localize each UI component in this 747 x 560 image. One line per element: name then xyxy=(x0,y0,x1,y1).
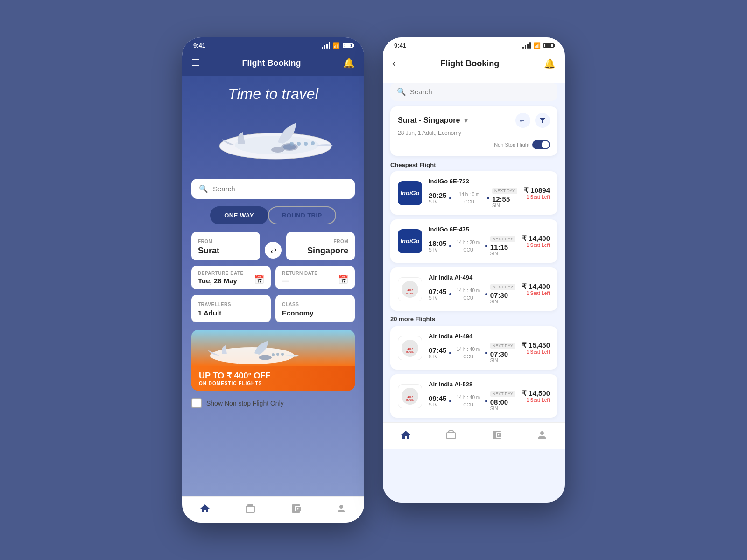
airline-logo: AIRINDIA xyxy=(398,384,422,408)
svg-text:AIR: AIR xyxy=(407,347,413,350)
svg-point-11 xyxy=(259,355,272,360)
nonstop-checkbox[interactable] xyxy=(191,398,202,408)
battery-icon xyxy=(343,43,353,48)
flight-name: IndiGo 6E-475 xyxy=(429,226,515,233)
next-day-badge: NEXT DAY xyxy=(490,236,515,242)
next-day-badge: NEXT DAY xyxy=(490,284,515,290)
airline-logo: IndiGo xyxy=(398,229,422,253)
nav-wallet-1[interactable] xyxy=(290,503,302,514)
svg-point-12 xyxy=(276,353,279,356)
arrive-code: SIN xyxy=(490,251,515,256)
nonstop-toggle-label: Non Stop Flight xyxy=(494,142,529,147)
nav-briefcase-2[interactable] xyxy=(445,429,457,441)
flight-card[interactable]: AIRINDIA Air India AI-528 09:45 STV 14 h… xyxy=(390,374,557,418)
status-bar-1: 9:41 📶 xyxy=(182,37,364,52)
arrive-time: 12:55 xyxy=(492,195,517,203)
route-card: Surat - Singapore ▼ 28 Jun, 1 Adult, Eco… xyxy=(390,106,557,156)
bell-icon-1[interactable]: 🔔 xyxy=(343,57,355,69)
search-input-2[interactable] xyxy=(410,88,551,96)
filter-button[interactable] xyxy=(535,113,550,128)
flight-route: 07:45 STV 14 h : 40 m CCU NEXT DAY 07:30… xyxy=(429,343,515,363)
nonstop-toggle-switch[interactable] xyxy=(532,140,550,149)
promo-title: UP TO ₹ 400° OFF xyxy=(199,371,347,381)
duration: 14 h : 20 m xyxy=(457,240,480,245)
search-bar-1[interactable]: 🔍 xyxy=(191,179,355,199)
bottom-nav-1 xyxy=(182,496,364,523)
trip-tabs: ONE WAY ROUND TRIP xyxy=(191,206,355,224)
sort-button[interactable] xyxy=(515,113,530,128)
dropdown-icon[interactable]: ▼ xyxy=(463,117,469,124)
depart-time: 18:05 xyxy=(429,239,446,247)
cheapest-section-label: Cheapest Flight xyxy=(390,161,557,168)
status-time-1: 9:41 xyxy=(193,42,205,49)
screen1-phone: 9:41 📶 ☰ Flight Booking 🔔 Time to t xyxy=(182,37,364,523)
back-icon[interactable]: ‹ xyxy=(392,57,395,70)
hero-section: Time to travel xyxy=(182,76,364,179)
to-field[interactable]: FROM Singapore xyxy=(286,232,355,260)
nav-profile-1[interactable] xyxy=(336,503,347,514)
stop-code: CCU xyxy=(463,295,473,301)
return-label: RETURN DATE xyxy=(282,271,317,276)
depart-block: 07:45 STV xyxy=(429,287,446,301)
search-input-1[interactable] xyxy=(213,185,347,193)
flight-name: IndiGo 6E-723 xyxy=(429,178,517,185)
roundtrip-tab[interactable]: ROUND TRIP xyxy=(268,206,336,224)
flight-price: ₹ 14,400 1 Seat Left xyxy=(522,234,550,248)
promo-banner[interactable]: UP TO ₹ 400° OFF ON DOMESTIC FLIGHTS xyxy=(191,330,355,391)
calendar-icon-departure[interactable]: 📅 xyxy=(254,274,264,285)
nav-home-1[interactable] xyxy=(199,503,211,514)
nav-profile-2[interactable] xyxy=(536,429,548,441)
flight-details: Air India AI-494 07:45 STV 14 h : 40 m C… xyxy=(429,274,515,304)
travellers-field[interactable]: TRAVELLERS 1 Adult xyxy=(191,295,271,322)
menu-icon[interactable]: ☰ xyxy=(191,57,200,69)
class-field[interactable]: CLASS Economy xyxy=(275,295,355,322)
header-title-1: Flight Booking xyxy=(242,58,301,68)
swap-button[interactable]: ⇄ xyxy=(265,242,282,259)
to-city: Singapore xyxy=(293,246,348,256)
depart-block: 07:45 STV xyxy=(429,346,446,359)
depart-block: 09:45 STV xyxy=(429,394,446,407)
seat-left: 1 Seat Left xyxy=(522,243,550,248)
price-value: ₹ 14,400 xyxy=(522,282,550,291)
flight-name: Air India AI-494 xyxy=(429,333,515,340)
search-bar-2[interactable]: 🔍 xyxy=(390,83,557,101)
flight-route: 18:05 STV 14 h : 20 m CCU NEXT DAY 11:15… xyxy=(429,236,515,256)
flight-card[interactable]: IndiGo IndiGo 6E-475 18:05 STV 14 h : 20… xyxy=(390,219,557,263)
arrive-time: 11:15 xyxy=(490,243,515,251)
status-bar-2: 9:41 📶 xyxy=(383,37,565,52)
oneway-tab[interactable]: ONE WAY xyxy=(210,206,268,224)
duration: 14 h : 40 m xyxy=(457,347,480,352)
departure-field[interactable]: DEPARTURE DATE Tue, 28 May 📅 xyxy=(191,266,271,289)
signal-icon-2 xyxy=(522,42,531,49)
return-date: — xyxy=(282,277,317,285)
flight-card[interactable]: AIRINDIA Air India AI-494 07:45 STV 14 h… xyxy=(390,267,557,311)
seat-left: 1 Seat Left xyxy=(522,350,550,355)
flight-card[interactable]: IndiGo IndiGo 6E-723 20:25 STV 14 h : 0 … xyxy=(390,171,557,215)
flight-card[interactable]: AIRINDIA Air India AI-494 07:45 STV 14 h… xyxy=(390,326,557,370)
stop-code: CCU xyxy=(463,247,473,252)
stop-code: CCU xyxy=(464,199,474,204)
arrive-time: 08:00 xyxy=(490,398,515,406)
nav-briefcase-1[interactable] xyxy=(245,503,256,514)
nav-home-2[interactable] xyxy=(400,429,411,441)
from-field[interactable]: FROM Surat xyxy=(191,232,260,260)
promo-text-block: UP TO ₹ 400° OFF ON DOMESTIC FLIGHTS xyxy=(191,366,355,391)
nav-wallet-2[interactable] xyxy=(491,429,502,441)
nonstop-label: Show Non stop Flight Only xyxy=(206,399,284,407)
svg-point-8 xyxy=(297,142,301,146)
hero-text: Time to travel xyxy=(182,85,364,103)
bell-icon-2[interactable]: 🔔 xyxy=(544,58,556,69)
return-field[interactable]: RETURN DATE — 📅 xyxy=(275,266,355,289)
flight-name: Air India AI-528 xyxy=(429,381,515,388)
route-actions xyxy=(515,113,550,128)
arrive-block: NEXT DAY 11:15 SIN xyxy=(490,236,515,256)
from-city: Surat xyxy=(198,246,254,256)
depart-block: 18:05 STV xyxy=(429,239,446,252)
depart-code: STV xyxy=(429,402,446,407)
airline-logo: AIRINDIA xyxy=(398,277,422,301)
depart-time: 20:25 xyxy=(429,191,446,199)
price-value: ₹ 14,400 xyxy=(522,234,550,243)
screen2-body: 🔍 Surat - Singapore ▼ xyxy=(383,83,565,503)
route-line: 14 h : 0 m CCU xyxy=(449,192,489,204)
calendar-icon-return[interactable]: 📅 xyxy=(338,274,348,285)
